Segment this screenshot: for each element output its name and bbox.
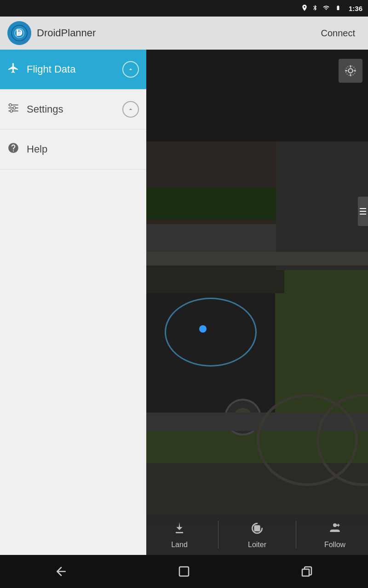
recent-apps-button[interactable] <box>293 562 321 581</box>
svg-point-7 <box>9 104 12 106</box>
status-time: 1:36 <box>349 5 362 12</box>
hamburger-line-2 <box>360 211 366 212</box>
sidebar-item-settings-label: Settings <box>27 103 122 115</box>
svg-rect-15 <box>179 567 189 576</box>
settings-arrow <box>122 101 139 118</box>
land-icon <box>172 521 187 539</box>
divider-action-1 <box>218 521 218 548</box>
svg-point-10 <box>348 68 352 73</box>
road-detail <box>146 252 368 266</box>
svg-point-3 <box>17 31 21 35</box>
divider-action-2 <box>296 521 296 548</box>
bottom-action-bar: Land Loiter Follow <box>146 514 368 555</box>
app-bar-left: D DroidPlanner <box>7 21 96 45</box>
wifi-status-icon <box>322 5 330 12</box>
hamburger-line-1 <box>360 208 366 209</box>
flight-data-arrow <box>122 61 139 78</box>
help-icon <box>7 142 19 157</box>
helipad-circle <box>165 298 257 367</box>
home-button[interactable] <box>170 562 198 581</box>
app-logo: D <box>7 21 31 45</box>
svg-point-8 <box>13 107 15 109</box>
land-button[interactable]: Land <box>152 521 207 549</box>
land-label: Land <box>171 541 188 549</box>
sidebar-item-flight-data-label: Flight Data <box>27 63 122 75</box>
follow-button[interactable]: Follow <box>307 521 362 549</box>
settings-icon <box>7 102 19 117</box>
sidebar-item-flight-data[interactable]: Flight Data <box>0 50 146 89</box>
parking-right <box>276 141 368 270</box>
sidebar: Flight Data Settings <box>0 50 146 555</box>
location-status-icon <box>301 4 308 13</box>
sidebar-item-settings[interactable]: Settings <box>0 90 146 129</box>
sidebar-item-help-label: Help <box>27 143 139 155</box>
loiter-icon <box>250 521 264 539</box>
my-location-button[interactable] <box>339 59 362 83</box>
status-bar: 1:36 <box>0 0 368 17</box>
android-nav-bar <box>0 555 368 588</box>
app-bar: D DroidPlanner Connect <box>0 17 368 50</box>
map-menu-button[interactable] <box>358 197 368 226</box>
app-title: DroidPlanner <box>37 27 96 39</box>
back-button[interactable] <box>47 562 75 581</box>
loiter-button[interactable]: Loiter <box>230 521 285 549</box>
building-top <box>146 50 368 141</box>
satellite-map <box>146 50 368 555</box>
svg-point-9 <box>10 110 12 112</box>
divider-3 <box>0 169 146 170</box>
svg-rect-13 <box>256 527 258 529</box>
main-layout: Flight Data Settings <box>0 50 368 555</box>
loiter-label: Loiter <box>248 541 266 549</box>
plane-icon <box>7 62 19 77</box>
helipad-dot <box>199 325 207 333</box>
battery-status-icon <box>334 5 342 12</box>
follow-label: Follow <box>324 541 345 549</box>
hamburger-line-3 <box>360 214 366 215</box>
bluetooth-status-icon <box>312 4 318 13</box>
svg-rect-16 <box>302 569 309 576</box>
follow-icon <box>328 521 342 539</box>
map-area[interactable] <box>146 50 368 555</box>
sidebar-item-help[interactable]: Help <box>0 130 146 169</box>
connect-button[interactable]: Connect <box>316 24 361 42</box>
